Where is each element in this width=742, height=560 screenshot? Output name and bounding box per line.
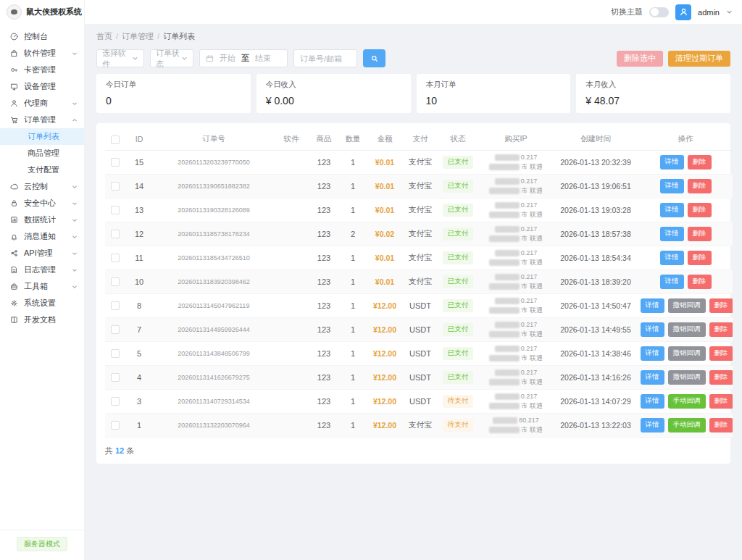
sidebar-item-agent[interactable]: 代理商: [0, 95, 84, 112]
sidebar-item-settings[interactable]: 系统设置: [0, 295, 84, 312]
sidebar-item-toolbox[interactable]: 工具箱: [0, 278, 84, 295]
order-number-cell: 20260113185434726510: [153, 246, 275, 269]
delete-button[interactable]: 删除: [688, 179, 712, 193]
search-button[interactable]: [363, 49, 385, 67]
revoke-callback-button[interactable]: 撤销回调: [668, 346, 706, 361]
revoke-callback-button[interactable]: 撤销回调: [668, 370, 706, 385]
row-checkbox[interactable]: [111, 182, 120, 191]
sidebar-item-device[interactable]: 设备管理: [0, 78, 84, 95]
sidebar-item-security[interactable]: 安全中心: [0, 195, 84, 212]
username[interactable]: admin: [698, 8, 720, 17]
payment-cell: 支付宝: [404, 174, 437, 198]
pagination: 共12条: [105, 438, 722, 456]
actions-cell: 详情撤销回调删除: [638, 365, 733, 389]
row-checkbox[interactable]: [111, 397, 120, 406]
delete-button[interactable]: 删除: [688, 203, 712, 217]
row-checkbox[interactable]: [111, 325, 120, 334]
sidebar-item-api[interactable]: API管理: [0, 245, 84, 262]
location-suffix: 市 联通: [521, 402, 543, 409]
order-status-select[interactable]: 订单状态: [150, 49, 193, 67]
clean-expired-button[interactable]: 清理过期订单: [668, 51, 730, 67]
status-badge: 待支付: [443, 395, 474, 408]
buyer-ip-cell: 0.217市 联通: [479, 174, 553, 198]
sidebar-item-software[interactable]: 软件管理: [0, 45, 84, 62]
delete-button[interactable]: 删除: [709, 418, 733, 432]
sidebar-item-log[interactable]: 日志管理: [0, 262, 84, 278]
order-id-cell: 8: [125, 293, 153, 317]
redacted-ip: [495, 322, 520, 328]
detail-button[interactable]: 详情: [641, 346, 664, 361]
buyer-ip-cell: 0.217市 联通: [479, 269, 553, 293]
row-checkbox[interactable]: [111, 230, 120, 238]
sidebar-item-cloud[interactable]: 云控制: [0, 178, 84, 195]
software-cell: [275, 222, 308, 246]
delete-button[interactable]: 删除: [709, 298, 733, 313]
detail-button[interactable]: 详情: [660, 227, 684, 241]
detail-button[interactable]: 详情: [641, 394, 664, 409]
sidebar-subitem-order-list[interactable]: 订单列表: [0, 128, 84, 145]
detail-button[interactable]: 详情: [660, 251, 684, 265]
redacted-location: [489, 379, 520, 385]
stat-card: 本月订单10: [417, 74, 571, 113]
sidebar-item-docs[interactable]: 开发文档: [0, 312, 84, 328]
row-checkbox[interactable]: [111, 373, 120, 382]
order-id-cell: 1: [125, 413, 153, 437]
delete-button[interactable]: 删除: [688, 155, 712, 170]
row-checkbox[interactable]: [111, 158, 120, 167]
table-row: 7202601131449599264441231¥12.00USDT已支付0.…: [105, 317, 733, 341]
sidebar-item-cardkey[interactable]: 卡密管理: [0, 62, 84, 78]
delete-button[interactable]: 删除: [688, 275, 712, 289]
row-checkbox[interactable]: [111, 254, 120, 262]
detail-button[interactable]: 详情: [660, 203, 684, 217]
sidebar-item-order[interactable]: 订单管理: [0, 112, 84, 128]
theme-toggle[interactable]: [649, 7, 669, 17]
sidebar-item-dashboard[interactable]: 控制台: [0, 28, 84, 45]
quantity-cell: 1: [340, 341, 366, 365]
detail-button[interactable]: 详情: [660, 179, 684, 193]
delete-button[interactable]: 删除: [709, 394, 733, 409]
row-checkbox[interactable]: [111, 421, 120, 430]
detail-button[interactable]: 详情: [641, 298, 664, 313]
status-badge: 已支付: [443, 299, 474, 312]
sidebar-item-statistics[interactable]: 数据统计: [0, 212, 84, 228]
delete-selected-button[interactable]: 删除选中: [617, 51, 663, 67]
detail-button[interactable]: 详情: [641, 322, 664, 337]
date-range-picker[interactable]: 开始 至 结束: [199, 49, 288, 67]
redacted-ip: [495, 298, 520, 304]
delete-button[interactable]: 删除: [709, 346, 733, 361]
row-checkbox[interactable]: [111, 206, 120, 214]
row-checkbox[interactable]: [111, 277, 120, 286]
sidebar-item-notification[interactable]: 消息通知: [0, 228, 84, 245]
detail-button[interactable]: 详情: [641, 370, 664, 385]
status-badge: 已支付: [443, 347, 474, 360]
quantity-cell: 1: [340, 413, 366, 437]
sidebar-subitem-product-manage[interactable]: 商品管理: [0, 145, 84, 162]
software-select[interactable]: 选择软件: [96, 49, 144, 67]
chevron-down-icon[interactable]: [726, 9, 733, 15]
detail-button[interactable]: 详情: [641, 418, 664, 432]
manual-callback-button[interactable]: 手动回调: [668, 418, 706, 432]
row-checkbox[interactable]: [111, 301, 120, 310]
stat-label: 今日订单: [106, 80, 241, 90]
buyer-ip-cell: 0.217市 联通: [479, 365, 553, 389]
delete-button[interactable]: 删除: [709, 322, 733, 337]
delete-button[interactable]: 删除: [688, 227, 712, 241]
manual-callback-button[interactable]: 手动回调: [668, 394, 706, 409]
detail-button[interactable]: 详情: [660, 155, 684, 170]
column-header: 金额: [366, 129, 404, 150]
revoke-callback-button[interactable]: 撤销回调: [668, 322, 706, 337]
detail-button[interactable]: 详情: [660, 275, 684, 289]
sidebar-subitem-pay-config[interactable]: 支付配置: [0, 162, 84, 178]
row-checkbox[interactable]: [111, 349, 120, 358]
search-input[interactable]: [293, 49, 357, 67]
breadcrumb-home[interactable]: 首页: [96, 32, 112, 41]
order-id-cell: 3: [125, 389, 153, 413]
breadcrumb-order-manage[interactable]: 订单管理: [122, 32, 154, 41]
select-all-checkbox[interactable]: [111, 135, 120, 144]
revoke-callback-button[interactable]: 撤销回调: [668, 298, 706, 313]
delete-button[interactable]: 删除: [688, 251, 712, 265]
quantity-cell: 1: [340, 389, 366, 413]
ip-suffix: 0.217: [521, 321, 538, 328]
delete-button[interactable]: 删除: [709, 370, 733, 385]
user-avatar[interactable]: [675, 4, 691, 20]
